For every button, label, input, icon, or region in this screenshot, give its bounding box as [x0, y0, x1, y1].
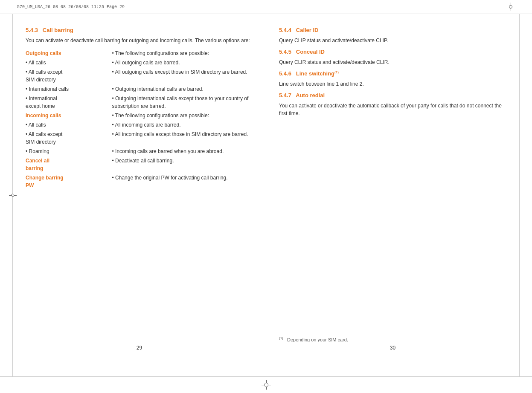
call-barring-table: Outgoing calls • The following configura…: [26, 49, 253, 190]
table-row: • All calls exceptSIM directory • All in…: [26, 130, 253, 147]
right-border: [519, 14, 532, 376]
table-row: Cancel allbarring • Deactivate all call …: [26, 156, 253, 173]
incoming-calls-label: Incoming calls: [26, 111, 112, 120]
table-row: • Internationalexcept home • Outgoing in…: [26, 94, 253, 111]
left-page-number: 29: [137, 341, 142, 355]
outgoing-calls-label: Outgoing calls: [26, 49, 112, 58]
section-543-title: 5.4.3 Call barring: [26, 27, 253, 33]
header-strip: 570_UM_USA_26-08-08 26/08/08 11:25 Page …: [0, 0, 532, 14]
left-border: [0, 14, 13, 376]
row-roaming-label: • Roaming: [26, 147, 112, 156]
section-546-super: (1): [334, 70, 339, 74]
page-wrapper: 570_UM_USA_26-08-08 26/08/08 11:25 Page …: [0, 0, 532, 393]
header-text: 570_UM_USA_26-08-08 26/08/08 11:25 Page …: [17, 5, 125, 9]
table-row: Outgoing calls • The following configura…: [26, 49, 253, 58]
right-page-number: 30: [390, 341, 395, 355]
section-544-title: 5.4.4 Caller ID: [279, 27, 506, 33]
table-row: • Roaming • Incoming calls are barred wh…: [26, 147, 253, 156]
section-546-text: Line switch between line 1 and line 2.: [279, 80, 506, 88]
table-row: • All calls • All outgoing calls are bar…: [26, 58, 253, 67]
content-area: 5.4.3 Call barring You can activate or d…: [0, 14, 532, 376]
table-row: • International calls • Outgoing interna…: [26, 84, 253, 94]
row-allexcept-label: • All calls exceptSIM directory: [26, 67, 112, 84]
header-crosshair-wrap: [506, 3, 515, 11]
section-547-text: You can activate or deactivate the autom…: [279, 102, 506, 117]
row-intl-except-label: • Internationalexcept home: [26, 94, 112, 111]
section-545-title: 5.4.5 Conceal ID: [279, 49, 506, 55]
page-right: 5.4.4 Caller ID Query CLIP status and ac…: [266, 23, 519, 368]
section-543-intro: You can activate or deactivate call barr…: [26, 37, 253, 44]
outgoing-calls-desc: • The following configurations are possi…: [112, 49, 253, 58]
row-all-calls-desc: • All outgoing calls are barred.: [112, 58, 253, 67]
table-row: Change barringPW • Change the original P…: [26, 173, 253, 190]
footnote-text: Depending on your SIM card.: [287, 337, 348, 342]
bottom-crosshair-row: [0, 376, 532, 393]
row-inc-allexcept-label: • All calls exceptSIM directory: [26, 130, 112, 147]
page-left: 5.4.3 Call barring You can activate or d…: [13, 23, 266, 368]
table-row: • All calls exceptSIM directory • All ou…: [26, 67, 253, 84]
table-row: • All calls • All incoming calls are bar…: [26, 120, 253, 130]
cancel-barring-label: Cancel allbarring: [26, 156, 112, 173]
row-inc-allcalls-label: • All calls: [26, 120, 112, 130]
section-546-title: 5.4.6 Line switching(1): [279, 70, 506, 77]
row-intl-calls-desc: • Outgoing international calls are barre…: [112, 84, 253, 94]
row-inc-allcalls-desc: • All incoming calls are barred.: [112, 120, 253, 130]
header-crosshair-icon: [506, 3, 515, 11]
row-all-calls-label: • All calls: [26, 58, 112, 67]
row-inc-allexcept-desc: • All incoming calls except those in SIM…: [112, 130, 253, 147]
row-intl-calls-label: • International calls: [26, 84, 112, 94]
change-barring-label: Change barringPW: [26, 173, 112, 190]
section-544-text: Query CLIP status and activate/deactivat…: [279, 37, 506, 44]
table-row: Incoming calls • The following configura…: [26, 111, 253, 120]
bottom-crosshair-icon: [262, 380, 271, 390]
main-content: 5.4.3 Call barring You can activate or d…: [13, 14, 519, 376]
section-547-title: 5.4.7 Auto redial: [279, 92, 506, 98]
footnote-super: (1): [279, 336, 283, 340]
incoming-calls-desc: • The following configurations are possi…: [112, 111, 253, 120]
change-barring-desc: • Change the original PW for activating …: [112, 173, 253, 190]
row-roaming-desc: • Incoming calls are barred when you are…: [112, 147, 253, 156]
row-allexcept-desc: • All outgoing calls except those in SIM…: [112, 67, 253, 84]
row-intl-except-desc: • Outgoing international calls except th…: [112, 94, 253, 111]
section-545-text: Query CLIR status and activate/deactivat…: [279, 58, 506, 66]
cancel-barring-desc: • Deactivate all call barring.: [112, 156, 253, 173]
